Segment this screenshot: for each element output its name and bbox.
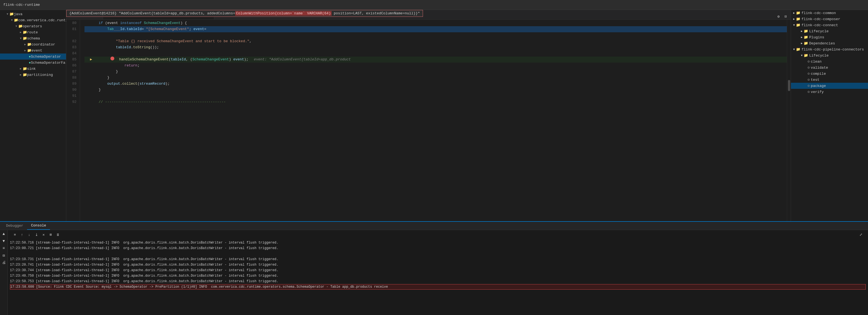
- code-line-83: tableId.toString());: [85, 44, 787, 50]
- code-line-87: }: [85, 69, 787, 75]
- right-item-clean[interactable]: ⚙ clean: [791, 59, 868, 65]
- console-line-5: 17:23:30.744 [stream-load-flush-interval…: [10, 268, 866, 273]
- tab-debugger[interactable]: Debugger: [2, 222, 27, 230]
- item-label: verify: [811, 90, 824, 94]
- tree-item-schemaoperator[interactable]: ● SchemaOperator: [0, 54, 66, 60]
- tree-item-java[interactable]: ▼ 📁 java: [0, 11, 66, 17]
- top-bar-title: flink-cdc-runtime: [3, 3, 40, 7]
- right-item-lifecycle[interactable]: ▶ 📁 Lifecycle: [791, 28, 868, 34]
- right-section-common[interactable]: ▶ 📁 flink-cdc-common: [791, 10, 868, 16]
- tree-item-partitioning[interactable]: ▶ 📁 partitioning: [0, 72, 66, 78]
- folder-icon: 📁: [796, 47, 800, 51]
- code-area: 80 81 82 83 84 85 86 87 88 89 90 91 92: [66, 20, 791, 221]
- scrollbar-gutter[interactable]: [787, 20, 791, 221]
- tooltip-suffix: position=LAST, existedColumnName=null}}": [332, 11, 420, 15]
- clear-btn[interactable]: ≡: [12, 232, 18, 238]
- list-btn[interactable]: ⊟: [1, 253, 7, 258]
- tree-item-coordinator[interactable]: ▶ 📁 coordinator: [0, 41, 66, 47]
- right-section-label: flink-cdc-common: [802, 11, 836, 15]
- folder-icon: 📁: [23, 67, 27, 71]
- item-label: Dependencies: [809, 41, 835, 45]
- item-label: validate: [811, 66, 828, 70]
- grid-btn[interactable]: ⊞: [48, 232, 54, 238]
- print-btn[interactable]: 🖨: [1, 260, 7, 265]
- code-line-90: }: [85, 87, 787, 93]
- jump-btn[interactable]: ⤓: [34, 232, 39, 238]
- right-item-package[interactable]: ⚙ package: [791, 83, 868, 89]
- tooltip-highlight: ColumnWithPosition{column=`name` VARCHAR…: [235, 11, 332, 16]
- expand-arrow: ▶: [793, 11, 795, 14]
- code-line-82: "Table {} received SchemaChangeEvent and…: [85, 38, 787, 44]
- tree-item-schemaoperatorfactory[interactable]: ● SchemaOperatorFa...: [0, 60, 66, 66]
- tree-item-schema[interactable]: ▼ 📁 schema: [0, 35, 66, 41]
- right-item-validate[interactable]: ⚙ validate: [791, 65, 868, 71]
- tree-item-com[interactable]: ▼ 📁 com.ververica.cdc.runtime: [0, 17, 66, 23]
- scroll-down-btn[interactable]: ▼: [1, 238, 7, 244]
- folder-icon: 📁: [23, 36, 27, 40]
- right-item-test[interactable]: ⚙ test: [791, 77, 868, 83]
- right-section-label: flink-cdc-connect: [802, 23, 838, 27]
- tree-label: partitioning: [27, 73, 53, 77]
- item-label: clean: [811, 60, 822, 64]
- tree-label: operators: [23, 24, 42, 28]
- tree-label: event: [31, 48, 42, 53]
- folder-icon: 📁: [18, 24, 23, 28]
- file-icon: ●: [29, 61, 31, 65]
- code-line-81: Tab___Id.tableId= "[SchemaChangeEvent"; …: [85, 26, 787, 32]
- folder-icon: 📁: [9, 12, 14, 16]
- tree-label: java: [14, 12, 22, 16]
- close-btn[interactable]: ✕: [41, 232, 46, 238]
- menu-btn[interactable]: ≣: [55, 232, 61, 238]
- folder-icon: 📁: [796, 17, 800, 21]
- console-toolbar: ≡ ↑ ↓ ⤓ ✕ ⊞ ≣ ⤢: [10, 231, 866, 239]
- console-line-1: 17:22:50.716 [stream-load-flush-interval…: [10, 240, 866, 245]
- tree-label: sink: [27, 67, 36, 71]
- bottom-tabs: Debugger Console: [0, 222, 868, 230]
- right-section-composer[interactable]: ▶ 📁 flink-cdc-composer: [791, 16, 868, 22]
- settings-icon[interactable]: ⚙: [776, 14, 781, 19]
- right-section-label: flink-cdc-composer: [802, 17, 840, 21]
- scrollbar-thumb[interactable]: [788, 80, 790, 91]
- console-line-7: 17:23:50.753 [stream-load-flush-interval…: [10, 279, 866, 284]
- debug-arrow: ▶: [90, 57, 92, 63]
- gear-icon: ⚙: [808, 71, 810, 76]
- code-line-84: [85, 50, 787, 57]
- tree-item-event[interactable]: ▶ 📁 event: [0, 47, 66, 54]
- folder-icon: 📁: [796, 11, 800, 15]
- folder-icon: 📁: [23, 30, 27, 34]
- item-label: compile: [811, 72, 826, 76]
- right-item-verify[interactable]: ⚙ verify: [791, 89, 868, 95]
- item-label: Lifecycle: [809, 54, 829, 58]
- tree-label: SchemaOperator: [31, 55, 61, 59]
- right-item-compile[interactable]: ⚙ compile: [791, 71, 868, 77]
- tree-item-route[interactable]: ▶ 📁 route: [0, 29, 66, 35]
- right-section-connect[interactable]: ▼ 📁 flink-cdc-connect: [791, 22, 868, 28]
- folder-icon: 📁: [804, 29, 808, 33]
- code-line-85: ▶ handleSchemaChangeEvent(tableId, (Sche…: [85, 57, 787, 63]
- filter-btn[interactable]: ≡: [1, 245, 7, 251]
- console-line-4: 17:23:20.741 [stream-load-flush-interval…: [10, 262, 866, 268]
- right-item-dependencies[interactable]: ▶ 📁 Dependencies: [791, 40, 868, 46]
- up-btn[interactable]: ↑: [19, 232, 25, 238]
- expand-arrow: ▼: [7, 13, 8, 16]
- right-item-pipeline-lifecycle[interactable]: ▼ 📁 Lifecycle: [791, 53, 868, 59]
- code-lines[interactable]: if (event instanceof SchemaChangeEvent) …: [80, 20, 787, 221]
- split-icon[interactable]: ⊡: [783, 14, 788, 19]
- item-label: Lifecycle: [809, 29, 829, 33]
- gear-icon: ⚙: [808, 59, 810, 64]
- console-line-6: 17:23:40.750 [stream-load-flush-interval…: [10, 273, 866, 279]
- code-line-88: }: [85, 75, 787, 81]
- folder-icon: 📁: [27, 48, 31, 53]
- tree-item-operators[interactable]: ▼ 📁 operators: [0, 23, 66, 29]
- down-btn[interactable]: ↓: [27, 232, 32, 238]
- popout-btn[interactable]: ⤢: [858, 232, 864, 238]
- item-label: test: [811, 78, 819, 82]
- item-label: package: [811, 84, 826, 88]
- tab-console[interactable]: Console: [27, 222, 50, 230]
- scroll-up-btn[interactable]: ▲: [1, 231, 7, 237]
- right-section-pipeline[interactable]: ▼ 📁 flink-cdc-pipeline-connectors: [791, 46, 868, 53]
- tree-item-sink[interactable]: ▶ 📁 sink: [0, 66, 66, 72]
- right-item-plugins[interactable]: ▶ 📁 Plugins: [791, 34, 868, 40]
- line-numbers: 80 81 82 83 84 85 86 87 88 89 90 91 92: [66, 20, 80, 221]
- gear-icon: ⚙: [808, 83, 810, 88]
